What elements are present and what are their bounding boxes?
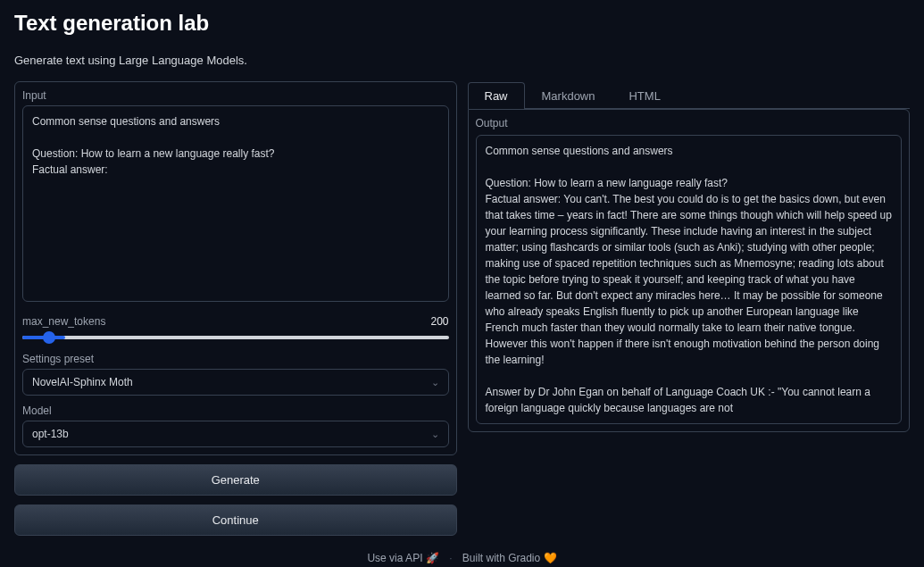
- chevron-down-icon: ⌄: [431, 377, 439, 388]
- model-value: opt-13b: [32, 428, 69, 440]
- gradio-link[interactable]: Built with Gradio 🧡: [462, 552, 557, 564]
- output-panel: Output Common sense questions and answer…: [468, 109, 911, 432]
- preset-label: Settings preset: [22, 353, 449, 365]
- output-textbox[interactable]: Common sense questions and answers Quest…: [476, 135, 903, 424]
- tab-raw[interactable]: Raw: [468, 82, 525, 109]
- slider-value[interactable]: [395, 315, 449, 328]
- footer: Use via API 🚀 · Built with Gradio 🧡: [14, 552, 910, 564]
- max-new-tokens-slider[interactable]: [22, 336, 449, 339]
- tab-markdown[interactable]: Markdown: [525, 82, 612, 109]
- api-link[interactable]: Use via API 🚀: [367, 552, 438, 564]
- input-panel: Input max_new_tokens Settings preset Nov…: [14, 81, 457, 455]
- generate-button[interactable]: Generate: [14, 464, 457, 496]
- page-subtitle: Generate text using Large Language Model…: [14, 54, 910, 67]
- continue-button[interactable]: Continue: [14, 504, 457, 536]
- output-tabs: Raw Markdown HTML: [468, 81, 911, 109]
- model-label: Model: [22, 404, 449, 417]
- tab-html[interactable]: HTML: [612, 82, 677, 109]
- page-title: Text generation lab: [14, 11, 910, 36]
- chevron-down-icon: ⌄: [431, 429, 439, 440]
- separator-dot: ·: [449, 552, 452, 564]
- preset-value: NovelAI-Sphinx Moth: [32, 376, 133, 388]
- input-label: Input: [22, 89, 449, 102]
- settings-preset-dropdown[interactable]: NovelAI-Sphinx Moth ⌄: [22, 369, 449, 396]
- slider-label: max_new_tokens: [22, 315, 105, 328]
- output-label: Output: [476, 117, 903, 129]
- input-textarea[interactable]: [22, 105, 449, 302]
- model-dropdown[interactable]: opt-13b ⌄: [22, 421, 449, 447]
